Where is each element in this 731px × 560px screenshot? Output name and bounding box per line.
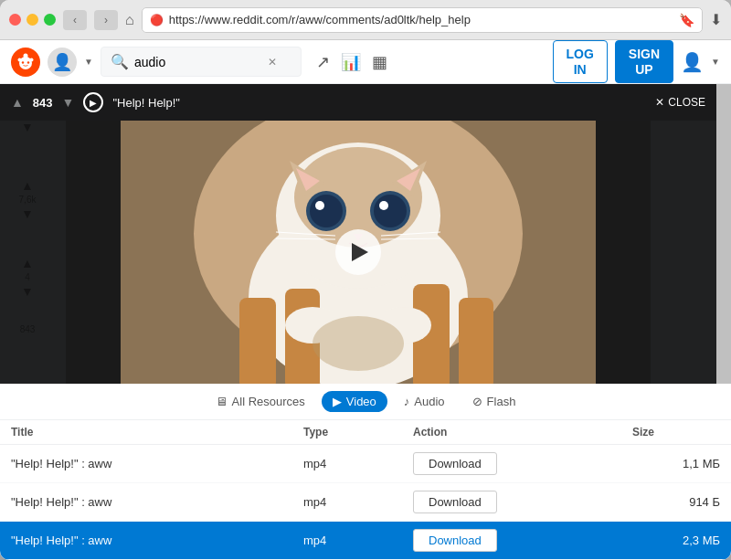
title-bar: ‹ › ⌂ 🔴 🔖 ⬇ <box>0 0 731 40</box>
signup-button[interactable]: SIGNUP <box>615 40 673 84</box>
audio-icon: ♪ <box>404 395 410 408</box>
file-title-2: "Help! Help!" : aww <box>0 483 292 522</box>
login-button[interactable]: LOGIN <box>553 40 608 84</box>
scrollbar-track[interactable] <box>716 84 731 384</box>
tab-all-resources[interactable]: 🖥 All Resources <box>205 391 316 412</box>
svg-rect-8 <box>596 121 651 384</box>
download-button-3[interactable]: Download <box>413 529 497 552</box>
flash-icon: ⊘ <box>472 395 482 408</box>
search-input[interactable] <box>134 55 262 69</box>
avatar-dropdown-arrow[interactable]: ▼ <box>84 57 93 67</box>
svg-point-0 <box>19 57 32 69</box>
trending-icon-button[interactable]: ↗ <box>316 52 330 72</box>
file-type-3: mp4 <box>292 522 402 560</box>
all-resources-icon: 🖥 <box>216 395 228 408</box>
window-controls <box>9 14 56 26</box>
maximize-window-button[interactable] <box>44 14 56 26</box>
svg-point-21 <box>374 195 407 227</box>
col-header-action: Action <box>402 420 621 445</box>
nav-icons: ↗ 📊 ▦ <box>316 52 387 72</box>
tab-audio[interactable]: ♪ Audio <box>393 391 456 412</box>
minimize-window-button[interactable] <box>26 14 38 26</box>
address-bar: 🔴 🔖 <box>142 7 703 33</box>
svg-point-1 <box>22 61 24 63</box>
file-size-3: 2,3 МБ <box>621 522 731 560</box>
col-header-title: Title <box>0 420 292 445</box>
download-nav-button[interactable]: ⬇ <box>710 11 722 28</box>
play-overlay-button[interactable] <box>335 229 381 275</box>
tab-flash[interactable]: ⊘ Flash <box>461 391 527 412</box>
kitten-thumbnail <box>0 121 716 384</box>
browser-window: ‹ › ⌂ 🔴 🔖 ⬇ 👤 ▼ 🔍 ✕ <box>0 0 731 560</box>
upvote-media-button[interactable]: ▲ <box>11 95 24 110</box>
file-action-3: Download <box>402 522 621 560</box>
svg-point-4 <box>30 58 34 61</box>
file-type-2: mp4 <box>292 483 402 522</box>
media-title: "Help! Help!" <box>112 96 646 110</box>
file-type-1: mp4 <box>292 445 402 483</box>
svg-point-2 <box>27 61 29 63</box>
home-button[interactable]: ⌂ <box>125 12 134 28</box>
bookmark-button[interactable]: 🔖 <box>679 13 694 27</box>
download-panel: 🖥 All Resources ▶ Video ♪ Audio ⊘ Flash <box>0 384 731 560</box>
search-clear-button[interactable]: ✕ <box>268 56 277 69</box>
svg-rect-32 <box>459 298 493 384</box>
file-table: Title Type Action Size "Help! Help!" : a… <box>0 420 731 560</box>
forward-button[interactable]: › <box>94 10 118 30</box>
search-bar: 🔍 ✕ <box>101 47 302 77</box>
svg-rect-29 <box>239 298 276 384</box>
svg-point-22 <box>315 201 324 210</box>
table-header-row: Title Type Action Size <box>0 420 731 445</box>
close-media-button[interactable]: ✕ CLOSE <box>655 96 705 109</box>
file-size-2: 914 Б <box>621 483 731 522</box>
col-header-type: Type <box>292 420 402 445</box>
video-area[interactable] <box>0 121 716 384</box>
svg-rect-7 <box>66 121 121 384</box>
svg-point-35 <box>313 316 404 371</box>
reddit-body: ▲ 7,4k ▼ ▲ 7,6k ▼ ▲ 4 ▼ 843 <box>0 84 731 384</box>
main-content: ▲ 7,4k ▼ ▲ 7,6k ▼ ▲ 4 ▼ 843 <box>0 84 731 560</box>
file-action-1: Download <box>402 445 621 483</box>
svg-point-23 <box>379 201 388 210</box>
video-icon: ▶ <box>333 395 342 408</box>
url-input[interactable] <box>169 13 673 26</box>
table-row-selected[interactable]: "Help! Help!" : aww mp4 Download 2,3 МБ <box>0 522 731 560</box>
back-button[interactable]: ‹ <box>63 10 87 30</box>
table-row: "Help! Help!" : aww mp4 Download 1,1 МБ <box>0 445 731 483</box>
file-title-1: "Help! Help!" : aww <box>0 445 292 483</box>
resource-tabs: 🖥 All Resources ▶ Video ♪ Audio ⊘ Flash <box>0 384 731 420</box>
svg-point-3 <box>24 53 28 58</box>
stats-icon-button[interactable]: 📊 <box>341 52 361 72</box>
tab-video[interactable]: ▶ Video <box>322 391 387 412</box>
play-triangle-icon <box>352 243 368 261</box>
media-header: ▲ 843 ▼ ▶ "Help! Help!" ✕ CLOSE <box>0 84 716 121</box>
reddit-logo-icon <box>16 53 35 71</box>
media-icon-button[interactable]: ▦ <box>372 52 387 72</box>
play-media-button[interactable]: ▶ <box>83 92 103 112</box>
download-button-2[interactable]: Download <box>413 491 497 513</box>
tab-all-resources-label: All Resources <box>232 395 305 408</box>
media-vote-count: 843 <box>33 96 53 110</box>
svg-point-5 <box>18 58 22 61</box>
file-title-3: "Help! Help!" : aww <box>0 522 292 560</box>
tab-audio-label: Audio <box>414 395 444 408</box>
user-dropdown-arrow[interactable]: ▼ <box>711 57 720 67</box>
download-button-1[interactable]: Download <box>413 452 497 475</box>
search-icon: 🔍 <box>111 53 129 70</box>
table-row: "Help! Help!" : aww mp4 Download 914 Б <box>0 483 731 522</box>
svg-point-20 <box>310 195 343 227</box>
tab-flash-label: Flash <box>487 395 516 408</box>
reddit-navbar: 👤 ▼ 🔍 ✕ ↗ 📊 ▦ LOGIN SIGNUP 👤 ▼ <box>0 40 731 84</box>
downvote-media-button[interactable]: ▼ <box>62 95 75 110</box>
media-overlay: ▲ 843 ▼ ▶ "Help! Help!" ✕ CLOSE <box>0 84 716 384</box>
file-size-1: 1,1 МБ <box>621 445 731 483</box>
secure-icon: 🔴 <box>150 14 164 26</box>
col-header-size: Size <box>621 420 731 445</box>
file-action-2: Download <box>402 483 621 522</box>
user-menu-button[interactable]: 👤 <box>681 51 704 73</box>
reddit-logo[interactable] <box>11 48 40 77</box>
close-window-button[interactable] <box>9 14 21 26</box>
tab-video-label: Video <box>346 395 376 408</box>
user-avatar: 👤 <box>48 48 77 77</box>
